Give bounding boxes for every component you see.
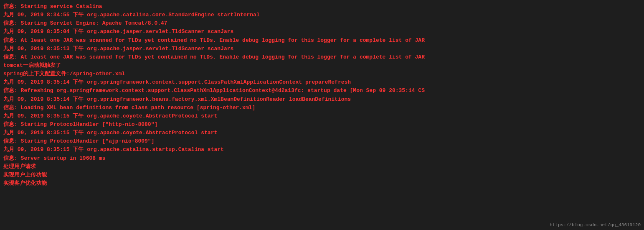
log-line: 信息: Starting Servlet Engine: Apache Tomc… (3, 19, 641, 28)
log-line: 信息: Starting ProtocolHandler ["http-nio-… (3, 120, 641, 129)
log-line: 信息: At least one JAR was scanned for TLD… (3, 53, 641, 61)
log-line: spring的上下文配置文件:/spring-other.xml (3, 70, 641, 78)
log-line: 信息: Starting ProtocolHandler ["ajp-nio-8… (3, 137, 641, 146)
log-line: 信息: Server startup in 19608 ms (3, 154, 641, 163)
log-container: 信息: Starting service Catalina九月 09, 2019… (3, 3, 641, 188)
log-line: 九月 09, 2019 8:35:13 下午 org.apache.jasper… (3, 45, 641, 53)
log-line: 九月 09, 2019 8:35:14 下午 org.springframewo… (3, 78, 641, 87)
log-line: 九月 09, 2019 8:35:15 下午 org.apache.coyote… (3, 112, 641, 120)
log-line: 九月 09, 2019 8:34:55 下午 org.apache.catali… (3, 11, 641, 19)
log-line: 九月 09, 2019 8:35:04 下午 org.apache.jasper… (3, 28, 641, 36)
log-line: 处理用户请求 (3, 163, 641, 171)
log-line: 九月 09, 2019 8:35:15 下午 org.apache.catali… (3, 146, 641, 154)
log-line: 实现用户上传功能 (3, 171, 641, 179)
log-line: 实现客户优化功能 (3, 179, 641, 188)
log-line: 信息: Loading XML bean definitions from cl… (3, 104, 641, 112)
log-line: 信息: Refreshing org.springframework.conte… (3, 87, 641, 95)
log-line: tomcat一启动就触发了 (3, 61, 641, 70)
log-line: 九月 09, 2019 8:35:15 下午 org.apache.coyote… (3, 129, 641, 137)
log-line: 信息: Starting service Catalina (3, 3, 641, 11)
log-line: 九月 09, 2019 8:35:14 下午 org.springframewo… (3, 95, 641, 104)
log-line: 信息: At least one JAR was scanned for TLD… (3, 36, 641, 45)
watermark: https://blog.csdn.net/qq_43619120 (550, 222, 641, 227)
